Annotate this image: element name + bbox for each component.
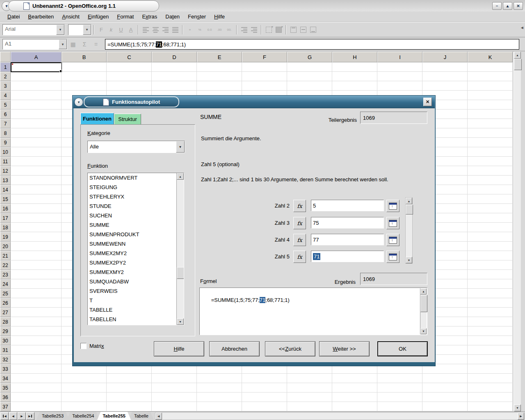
- row-header-36[interactable]: 36: [0, 393, 11, 402]
- function-item-sumquadabw[interactable]: SUMQUADABW: [88, 277, 184, 286]
- scroll-up-icon[interactable]: ▲: [420, 288, 427, 294]
- formula-box-scrollbar[interactable]: ▲ ▼: [420, 288, 427, 334]
- row-header-19[interactable]: 19: [0, 232, 11, 242]
- row-header-6[interactable]: 6: [0, 110, 11, 119]
- scroll-up-icon[interactable]: ▲: [514, 52, 521, 59]
- function-item-standnormvert[interactable]: STANDNORMVERT: [88, 173, 184, 183]
- first-sheet-button[interactable]: ◀: [0, 412, 9, 420]
- argument-scrollbar-thumb[interactable]: [406, 205, 413, 215]
- column-header-j[interactable]: J: [422, 52, 468, 62]
- dialog-titlebar[interactable]: ▼ Funktionsautopilot ✕: [73, 96, 435, 108]
- category-combo[interactable]: Alle ▼: [87, 141, 185, 153]
- menu-extras[interactable]: Extras: [138, 12, 161, 21]
- zurück-button[interactable]: << Zurück: [265, 341, 315, 356]
- chevron-down-icon[interactable]: ▼: [83, 25, 91, 35]
- minimize-button[interactable]: –: [492, 2, 502, 10]
- row-header-21[interactable]: 21: [0, 251, 11, 260]
- column-header-k[interactable]: K: [468, 52, 513, 62]
- align-justify-icon[interactable]: [170, 25, 180, 35]
- align-bottom-icon[interactable]: [308, 25, 318, 35]
- menu-fenster[interactable]: Fenster: [184, 12, 210, 21]
- tab-struktur[interactable]: Struktur: [114, 114, 141, 125]
- menu-ansicht[interactable]: Ansicht: [58, 12, 84, 21]
- tab-funktionen[interactable]: Funktionen: [80, 113, 114, 125]
- toolbar-overflow-icon[interactable]: ◀: [521, 26, 523, 30]
- row-header-26[interactable]: 26: [0, 298, 11, 308]
- fx-button[interactable]: fx: [293, 234, 306, 246]
- formula-box-scrollbar-thumb[interactable]: [420, 295, 427, 312]
- font-size-combo[interactable]: ▼: [68, 24, 91, 35]
- sum-icon[interactable]: Σ: [80, 40, 89, 49]
- function-listbox[interactable]: STANDNORMVERTSTEIGUNGSTFEHLERYXSTUNDESUC…: [87, 173, 184, 325]
- argument-input-zahl-5[interactable]: 71: [311, 251, 384, 262]
- shrink-button[interactable]: [386, 251, 399, 263]
- row-header-27[interactable]: 27: [0, 308, 11, 317]
- column-header-a[interactable]: A: [11, 52, 62, 62]
- row-header-20[interactable]: 20: [0, 242, 11, 251]
- row-header-12[interactable]: 12: [0, 166, 11, 176]
- window-title-pill[interactable]: Unbenannt2 - OpenOffice.org 1.1: [8, 0, 159, 11]
- column-header-c[interactable]: C: [107, 52, 152, 62]
- row-header-16[interactable]: 16: [0, 204, 11, 213]
- menu-datei[interactable]: Datei: [3, 12, 24, 21]
- background-color-icon[interactable]: ▼: [274, 25, 283, 35]
- dialog-rollup-button[interactable]: ▼: [74, 98, 83, 107]
- function-list-scrollbar[interactable]: ▲ ▼: [176, 173, 184, 325]
- maximize-button[interactable]: ▲: [503, 2, 512, 10]
- percent-format-icon[interactable]: %: [195, 25, 205, 35]
- row-header-31[interactable]: 31: [0, 345, 11, 355]
- delete-decimal-icon[interactable]: 00.: [224, 25, 234, 35]
- last-sheet-button[interactable]: ▶: [26, 412, 34, 420]
- formula-edit-box[interactable]: =SUMME(1;5;75;77;71;68;771;1) ▲ ▼: [199, 288, 427, 335]
- align-middle-icon[interactable]: [298, 25, 308, 35]
- column-header-f[interactable]: F: [242, 52, 287, 62]
- menu-hilfe[interactable]: Hilfe: [210, 12, 229, 21]
- argument-input-zahl-4[interactable]: 77: [311, 234, 384, 245]
- scroll-down-icon[interactable]: ▼: [406, 257, 412, 263]
- formula-input[interactable]: =SUMME(1;5;75;77;71;68;771;1): [105, 39, 519, 50]
- row-header-4[interactable]: 4: [0, 91, 11, 100]
- vertical-scrollbar[interactable]: ▲ ▼: [514, 52, 521, 411]
- scroll-down-icon[interactable]: ▼: [514, 404, 521, 411]
- align-right-icon[interactable]: [160, 25, 170, 35]
- function-item-steigung[interactable]: STEIGUNG: [88, 183, 184, 192]
- hilfe-button[interactable]: Hilfe: [154, 341, 204, 356]
- equals-icon[interactable]: =: [91, 40, 101, 49]
- menu-einfügen[interactable]: Einfügen: [84, 12, 113, 21]
- column-header-d[interactable]: D: [152, 52, 197, 62]
- function-list-scrollbar-thumb[interactable]: [177, 267, 184, 279]
- function-item-sverweis[interactable]: SVERWEIS: [88, 286, 184, 296]
- row-header-28[interactable]: 28: [0, 317, 11, 326]
- argument-scrollbar[interactable]: ▲ ▼: [405, 197, 413, 264]
- column-header-i[interactable]: I: [377, 52, 422, 62]
- row-header-11[interactable]: 11: [0, 157, 11, 166]
- row-header-14[interactable]: 14: [0, 185, 11, 194]
- decrease-indent-icon[interactable]: [239, 25, 249, 35]
- row-header-8[interactable]: 8: [0, 128, 11, 138]
- close-button[interactable]: ✕: [514, 2, 523, 10]
- bold-icon[interactable]: F: [96, 25, 106, 35]
- align-top-icon[interactable]: [288, 25, 298, 35]
- row-header-17[interactable]: 17: [0, 213, 11, 223]
- scroll-down-icon[interactable]: ▼: [420, 328, 427, 334]
- row-header-18[interactable]: 18: [0, 223, 11, 232]
- row-header-1[interactable]: 1: [0, 62, 11, 72]
- fx-button[interactable]: fx: [293, 251, 306, 263]
- grid-corner[interactable]: [0, 52, 11, 62]
- currency-format-icon[interactable]: ¤: [185, 25, 195, 35]
- function-item-summexmy2[interactable]: SUMMEXMY2: [88, 267, 184, 277]
- vertical-scrollbar-thumb[interactable]: [514, 59, 522, 70]
- scroll-down-icon[interactable]: ▼: [177, 318, 184, 325]
- function-autopilot-icon[interactable]: ▦: [68, 40, 78, 49]
- fx-button[interactable]: fx: [293, 217, 306, 229]
- font-name-combo[interactable]: Arial ▼: [2, 24, 65, 35]
- scroll-up-icon[interactable]: ▲: [406, 198, 412, 204]
- function-item-tabellen[interactable]: TABELLEN: [88, 315, 184, 324]
- function-item-t[interactable]: T: [88, 296, 184, 305]
- row-header-2[interactable]: 2: [0, 72, 11, 81]
- next-sheet-button[interactable]: ▶: [18, 412, 26, 420]
- name-box[interactable]: A1 ▼: [2, 39, 67, 50]
- shrink-button[interactable]: [386, 234, 399, 246]
- shrink-button[interactable]: [386, 200, 399, 212]
- dialog-close-button[interactable]: ✕: [423, 98, 432, 106]
